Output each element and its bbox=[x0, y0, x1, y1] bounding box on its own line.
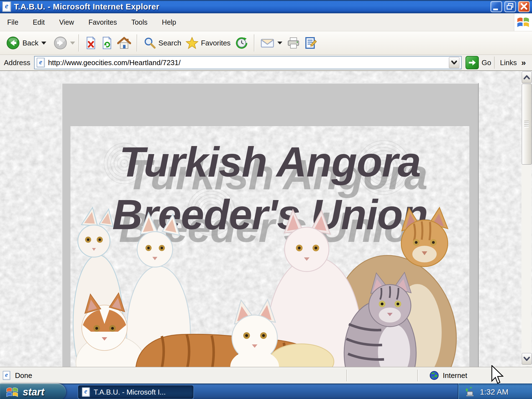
cat-collage bbox=[70, 206, 469, 367]
minimize-button[interactable] bbox=[490, 1, 502, 12]
favorites-button[interactable]: Favorites bbox=[183, 35, 233, 50]
home-icon bbox=[117, 37, 131, 49]
close-button[interactable] bbox=[518, 1, 530, 12]
start-windows-logo-icon bbox=[6, 386, 18, 398]
go-arrow-icon bbox=[466, 56, 479, 69]
status-left-panel: Done bbox=[0, 370, 346, 381]
page-title-line1: Turkish Angora bbox=[70, 135, 469, 188]
menu-tools[interactable]: Tools bbox=[124, 13, 155, 31]
home-button[interactable] bbox=[115, 35, 133, 50]
globe-icon bbox=[429, 371, 439, 380]
minimize-icon bbox=[491, 2, 502, 12]
toolbar-separator bbox=[78, 34, 80, 52]
network-activity-icon[interactable] bbox=[464, 387, 475, 398]
menu-favorites[interactable]: Favorites bbox=[81, 13, 124, 31]
print-icon bbox=[287, 37, 300, 49]
go-button[interactable]: Go bbox=[466, 56, 491, 69]
links-bar[interactable]: Links » bbox=[494, 57, 530, 69]
history-button[interactable] bbox=[233, 35, 250, 51]
links-chevron-icon: » bbox=[521, 58, 526, 67]
tray-clock: 1:32 AM bbox=[480, 388, 508, 397]
favorites-label: Favorites bbox=[201, 39, 231, 47]
back-button[interactable]: Back bbox=[4, 35, 41, 51]
refresh-button[interactable] bbox=[99, 35, 115, 51]
taskbar-ie-icon bbox=[82, 387, 90, 397]
status-zone-label: Internet bbox=[443, 371, 467, 380]
go-label: Go bbox=[482, 58, 491, 67]
start-label: start bbox=[23, 386, 44, 398]
back-icon bbox=[6, 36, 20, 50]
scroll-down-button[interactable] bbox=[522, 353, 532, 365]
mail-icon bbox=[260, 37, 274, 49]
search-icon bbox=[143, 37, 156, 49]
scroll-up-icon bbox=[523, 75, 531, 80]
dropdown-icon bbox=[451, 60, 457, 65]
taskbar: start T.A.B.U. - Microsoft I... 1:32 AM bbox=[0, 383, 532, 399]
back-dropdown-icon[interactable] bbox=[41, 42, 46, 45]
ie-app-icon bbox=[2, 1, 11, 12]
menu-edit[interactable]: Edit bbox=[25, 13, 52, 31]
address-field[interactable]: http://www.geocities.com/Heartland/7231/ bbox=[34, 56, 462, 69]
edit-button[interactable] bbox=[302, 35, 319, 50]
search-button[interactable]: Search bbox=[141, 35, 183, 50]
page-icon bbox=[37, 58, 45, 68]
title-bar: T.A.B.U. - Microsoft Internet Explorer bbox=[0, 0, 532, 13]
page-panel: Turkish Angora Breeder's Union bbox=[62, 83, 479, 367]
refresh-icon bbox=[101, 36, 113, 50]
back-label: Back bbox=[22, 39, 39, 47]
windows-logo bbox=[514, 13, 532, 31]
scroll-down-icon bbox=[523, 356, 531, 362]
address-dropdown-button[interactable] bbox=[449, 57, 459, 68]
address-bar: Address http://www.geocities.com/Heartla… bbox=[0, 55, 532, 71]
menu-help[interactable]: Help bbox=[155, 13, 183, 31]
history-icon bbox=[235, 36, 248, 50]
cursor-arrow bbox=[489, 365, 506, 385]
status-bar: Done Internet bbox=[0, 367, 532, 383]
taskbar-item-ie[interactable]: T.A.B.U. - Microsoft I... bbox=[78, 385, 194, 399]
navigation-toolbar: Back bbox=[0, 31, 532, 55]
restore-button[interactable] bbox=[504, 1, 516, 12]
page-inner-panel: Turkish Angora Breeder's Union bbox=[70, 126, 470, 367]
search-label: Search bbox=[158, 39, 181, 47]
links-label: Links bbox=[500, 58, 517, 67]
toolbar-separator bbox=[254, 34, 255, 52]
window-controls bbox=[490, 1, 530, 12]
stop-icon bbox=[85, 36, 97, 50]
menu-spacer bbox=[183, 13, 514, 31]
menu-file[interactable]: File bbox=[0, 13, 25, 31]
mail-dropdown-icon bbox=[277, 42, 282, 44]
print-button[interactable] bbox=[285, 35, 302, 50]
scroll-up-button[interactable] bbox=[522, 71, 532, 83]
favorites-star-icon bbox=[186, 37, 198, 49]
forward-button[interactable] bbox=[51, 35, 70, 51]
restore-icon bbox=[505, 2, 515, 12]
status-middle-panel bbox=[347, 367, 417, 383]
address-input[interactable]: http://www.geocities.com/Heartland/7231/ bbox=[48, 58, 446, 67]
stop-button[interactable] bbox=[83, 35, 99, 51]
forward-dropdown-icon[interactable] bbox=[70, 42, 75, 45]
browser-viewport: Turkish Angora Breeder's Union bbox=[0, 71, 532, 367]
status-text: Done bbox=[15, 371, 32, 380]
windows-logo-icon bbox=[517, 16, 530, 29]
edit-icon bbox=[305, 37, 317, 49]
address-label: Address bbox=[4, 58, 30, 67]
scrollbar-thumb[interactable] bbox=[522, 84, 532, 165]
window-title: T.A.B.U. - Microsoft Internet Explorer bbox=[14, 2, 490, 11]
status-zone-panel: Internet bbox=[418, 371, 532, 380]
browser-window: T.A.B.U. - Microsoft Internet Explorer F… bbox=[0, 0, 532, 399]
menu-bar: File Edit View Favorites Tools Help bbox=[0, 13, 532, 31]
close-icon bbox=[519, 2, 529, 12]
vertical-scrollbar[interactable] bbox=[521, 71, 531, 366]
mail-button[interactable] bbox=[258, 36, 285, 50]
start-button[interactable]: start bbox=[0, 383, 66, 399]
menu-view[interactable]: View bbox=[52, 13, 81, 31]
page-status-icon bbox=[3, 371, 10, 380]
toolbar-separator bbox=[137, 34, 138, 52]
taskbar-item-label: T.A.B.U. - Microsoft I... bbox=[94, 388, 166, 397]
system-tray: 1:32 AM bbox=[458, 383, 532, 399]
forward-icon bbox=[53, 36, 67, 50]
